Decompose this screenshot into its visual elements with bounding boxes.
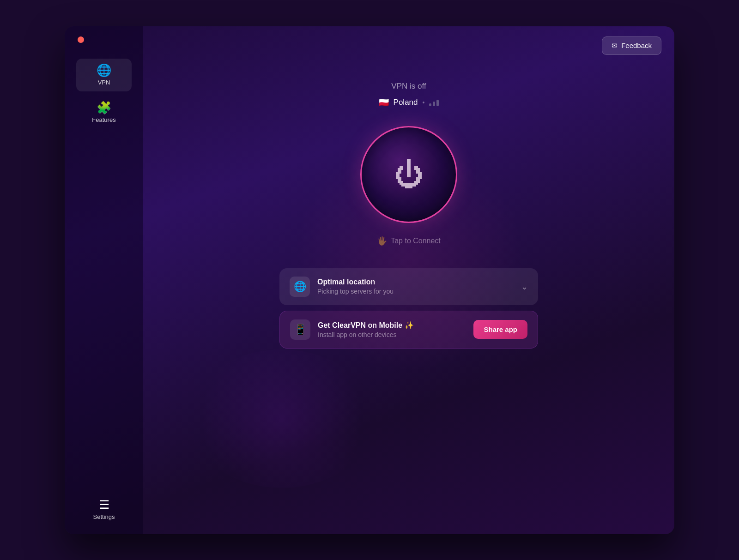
signal-bar-2 bbox=[433, 102, 435, 106]
share-app-button[interactable]: Share app bbox=[473, 320, 527, 339]
location-card-subtitle: Picking top servers for you bbox=[317, 288, 514, 295]
mobile-promo-icon: 📱 bbox=[290, 319, 310, 340]
mail-icon: ✉ bbox=[612, 42, 618, 50]
settings-icon: ☰ bbox=[99, 499, 109, 511]
power-icon: ⏻ bbox=[394, 160, 424, 189]
power-button[interactable]: ⏻ bbox=[360, 126, 457, 223]
feedback-label: Feedback bbox=[621, 42, 652, 49]
main-content: ✉ Feedback VPN is off 🇵🇱 Poland • ⏻ bbox=[143, 26, 674, 534]
mobile-promo-title: Get ClearVPN on Mobile ✨ bbox=[318, 321, 466, 330]
feedback-button[interactable]: ✉ Feedback bbox=[602, 36, 661, 55]
chevron-down-icon: ⌄ bbox=[521, 282, 528, 292]
glow-bottom-left bbox=[189, 349, 374, 488]
flag-icon: 🇵🇱 bbox=[379, 97, 389, 108]
location-card-title: Optimal location bbox=[317, 278, 514, 286]
sidebar-features-label: Features bbox=[92, 116, 115, 123]
location-row: 🇵🇱 Poland • bbox=[379, 97, 439, 108]
power-button-container: ⏻ bbox=[360, 126, 457, 223]
mobile-promo-text: Get ClearVPN on Mobile ✨ Install app on … bbox=[318, 321, 466, 338]
tap-connect-label: Tap to Connect bbox=[391, 237, 441, 245]
sidebar-item-features[interactable]: 🧩 Features bbox=[76, 96, 132, 129]
signal-bar-3 bbox=[436, 100, 439, 106]
puzzle-icon: 🧩 bbox=[97, 102, 111, 114]
location-card-globe-icon: 🌐 bbox=[290, 277, 310, 297]
vpn-status-text: VPN is off bbox=[391, 82, 426, 91]
sidebar: 🌐 VPN 🧩 Features ☰ Settings bbox=[65, 26, 143, 534]
mobile-promo-card: 📱 Get ClearVPN on Mobile ✨ Install app o… bbox=[279, 311, 538, 349]
hand-icon: 🖐 bbox=[377, 236, 387, 246]
status-area: VPN is off 🇵🇱 Poland • bbox=[379, 82, 439, 108]
dot-separator: • bbox=[423, 99, 425, 106]
location-card[interactable]: 🌐 Optimal location Picking top servers f… bbox=[279, 268, 538, 305]
sidebar-item-vpn[interactable]: 🌐 VPN bbox=[76, 59, 132, 91]
signal-bars bbox=[429, 99, 439, 106]
sidebar-settings-label: Settings bbox=[93, 513, 115, 520]
tap-connect[interactable]: 🖐 Tap to Connect bbox=[377, 236, 441, 246]
sidebar-vpn-label: VPN bbox=[98, 79, 110, 86]
app-window: 🌐 VPN 🧩 Features ☰ Settings ✉ Feedback V… bbox=[65, 26, 674, 534]
signal-bar-1 bbox=[429, 103, 431, 106]
location-card-text: Optimal location Picking top servers for… bbox=[317, 278, 514, 295]
sidebar-item-settings[interactable]: ☰ Settings bbox=[76, 493, 132, 534]
location-name: Poland bbox=[394, 98, 418, 107]
traffic-light-close[interactable] bbox=[78, 36, 84, 43]
mobile-promo-subtitle: Install app on other devices bbox=[318, 331, 466, 338]
globe-icon: 🌐 bbox=[97, 64, 111, 76]
